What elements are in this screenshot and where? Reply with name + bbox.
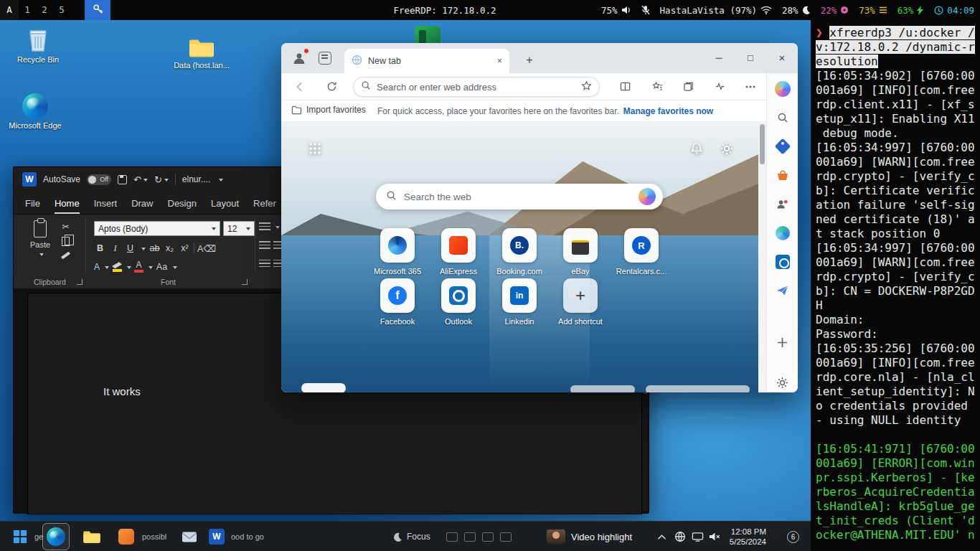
notification-center-button[interactable]: 6 xyxy=(787,522,799,551)
start-button[interactable] xyxy=(7,524,33,550)
new-tab-button[interactable]: + xyxy=(521,52,538,69)
focus-indicator[interactable]: Focus xyxy=(393,522,430,551)
profile-button[interactable] xyxy=(290,49,308,67)
workspace-button-2[interactable]: 2 xyxy=(36,0,53,20)
tray-network-icon[interactable] xyxy=(674,522,686,551)
taskbar-edge-button[interactable] xyxy=(43,524,69,550)
shortcut-linkedin[interactable]: Linkedin xyxy=(491,278,548,326)
font-dialog-launcher[interactable] xyxy=(242,279,248,285)
minimize-button[interactable]: ─ xyxy=(703,43,735,72)
tray-display-icon[interactable] xyxy=(692,522,704,551)
tab-close-icon[interactable]: × xyxy=(497,56,502,66)
close-button[interactable]: × xyxy=(766,43,798,72)
refresh-icon[interactable] xyxy=(321,77,341,97)
align-left-icon[interactable] xyxy=(259,241,270,250)
shortcut-add[interactable]: Add shortcut xyxy=(552,278,609,326)
taskbar-explorer-button[interactable] xyxy=(79,524,105,550)
favorite-star-icon[interactable] xyxy=(581,80,592,94)
tab-new-tab[interactable]: New tab × xyxy=(344,49,509,73)
ntp-peek-card[interactable] xyxy=(301,383,346,392)
sidebar-settings-button[interactable] xyxy=(773,373,793,392)
ntp-search-input[interactable] xyxy=(404,192,631,202)
address-bar[interactable] xyxy=(353,77,600,97)
redo-button[interactable]: ↻ xyxy=(154,174,169,185)
ntp-search-box[interactable] xyxy=(376,184,663,209)
manage-favorites-link[interactable]: Manage favorites now xyxy=(623,106,713,116)
sidebar-outlook-button[interactable] xyxy=(773,252,793,271)
bullet-list-icon[interactable] xyxy=(259,222,270,231)
sidebar-copilot-button[interactable] xyxy=(773,79,793,98)
import-favorites-button[interactable]: Import favorites xyxy=(291,105,366,115)
launcher-logo[interactable]: A xyxy=(0,0,19,20)
address-input[interactable] xyxy=(377,82,575,93)
paste-button[interactable]: Paste xyxy=(24,220,57,269)
workspace-button-5[interactable]: 5 xyxy=(53,0,70,20)
shortcut-facebook[interactable]: Facebook xyxy=(369,278,426,326)
word-menu-refer[interactable]: Refer xyxy=(246,193,283,214)
tab-actions-menu-button[interactable] xyxy=(319,52,331,65)
shading-icon[interactable] xyxy=(259,260,270,268)
format-painter-button[interactable] xyxy=(61,252,70,260)
underline-button[interactable]: U xyxy=(124,241,136,255)
word-menu-file[interactable]: File xyxy=(18,193,47,214)
undo-button[interactable]: ↶ xyxy=(133,174,148,185)
change-case-button[interactable]: Aa xyxy=(156,260,168,274)
video-highlight-widget[interactable]: Video highlight xyxy=(547,522,632,551)
text-effects-button[interactable]: A xyxy=(94,263,100,271)
taskbar-mini-icon[interactable] xyxy=(500,532,512,542)
clipboard-dialog-launcher[interactable] xyxy=(77,279,83,285)
highlight-button[interactable] xyxy=(112,262,122,272)
browser-essentials-icon[interactable] xyxy=(710,77,730,97)
font-size-combo[interactable]: 12 xyxy=(223,221,255,236)
workspace-active[interactable] xyxy=(85,0,110,20)
copy-button[interactable] xyxy=(62,237,70,246)
ntp-peek-card[interactable] xyxy=(570,385,635,392)
collections-icon[interactable] xyxy=(678,77,698,97)
clear-formatting-button[interactable]: A⌫ xyxy=(197,241,216,255)
sidebar-search-button[interactable] xyxy=(773,108,793,127)
taskbar-app-button[interactable] xyxy=(113,524,139,550)
cut-button[interactable]: ✂ xyxy=(62,222,69,232)
tray-chevron-up-icon[interactable] xyxy=(657,522,666,551)
word-menu-design[interactable]: Design xyxy=(161,193,204,214)
word-doc-title[interactable]: elnur.... xyxy=(182,174,210,184)
ntp-peek-card[interactable] xyxy=(646,385,750,392)
word-menu-draw[interactable]: Draw xyxy=(124,193,160,214)
workspace-button-1[interactable]: 1 xyxy=(19,0,36,20)
windows-desktop[interactable]: Recycle BinData (host.lan...Microsoft Ed… xyxy=(0,20,811,551)
shortcut-ebay[interactable]: eBay xyxy=(552,228,609,276)
desktop-icon-recycle[interactable]: Recycle Bin xyxy=(9,24,67,65)
copilot-icon[interactable] xyxy=(639,188,656,205)
back-icon[interactable] xyxy=(290,77,310,97)
taskbar-word-button[interactable] xyxy=(204,524,230,550)
sidebar-add-button[interactable] xyxy=(773,333,793,352)
scrollbar-thumb[interactable] xyxy=(760,124,765,164)
taskbar-mini-icon[interactable] xyxy=(482,532,494,542)
sidebar-basket-button[interactable] xyxy=(773,166,793,185)
italic-button[interactable]: I xyxy=(109,241,121,255)
sidebar-discover-button[interactable] xyxy=(773,223,793,242)
bell-icon[interactable] xyxy=(690,142,703,158)
shortcut-booking[interactable]: Booking.com xyxy=(491,228,548,276)
maximize-button[interactable]: □ xyxy=(735,43,766,72)
chevron-down-icon[interactable] xyxy=(219,179,223,184)
autosave-toggle[interactable]: Off xyxy=(87,174,111,185)
taskbar-mini-icon[interactable] xyxy=(446,532,458,542)
strikethrough-button[interactable]: ab xyxy=(149,241,161,255)
font-name-combo[interactable]: Aptos (Body) xyxy=(94,221,220,236)
shortcut-aliexpress[interactable]: AliExpress xyxy=(430,228,487,276)
font-color-button[interactable]: A xyxy=(134,261,143,273)
shortcut-m365[interactable]: Microsoft 365 xyxy=(369,228,426,276)
sidebar-people-button[interactable] xyxy=(773,194,793,214)
save-button[interactable] xyxy=(118,175,127,184)
shortcut-rentalcars[interactable]: Rentalcars.c... xyxy=(613,228,670,276)
taskbar-clock[interactable]: 12:08 PM 5/25/2024 xyxy=(730,522,766,551)
desktop-icon-folder[interactable]: Data (host.lan... xyxy=(172,30,231,70)
taskbar-mail-button[interactable] xyxy=(176,524,202,550)
subscript-button[interactable]: x₂ xyxy=(164,241,176,255)
word-menu-insert[interactable]: Insert xyxy=(87,193,125,214)
waffle-grid-icon[interactable] xyxy=(308,142,321,158)
favorites-icon[interactable] xyxy=(647,77,667,97)
superscript-button[interactable]: x² xyxy=(179,241,191,255)
word-menu-layout[interactable]: Layout xyxy=(204,193,246,214)
